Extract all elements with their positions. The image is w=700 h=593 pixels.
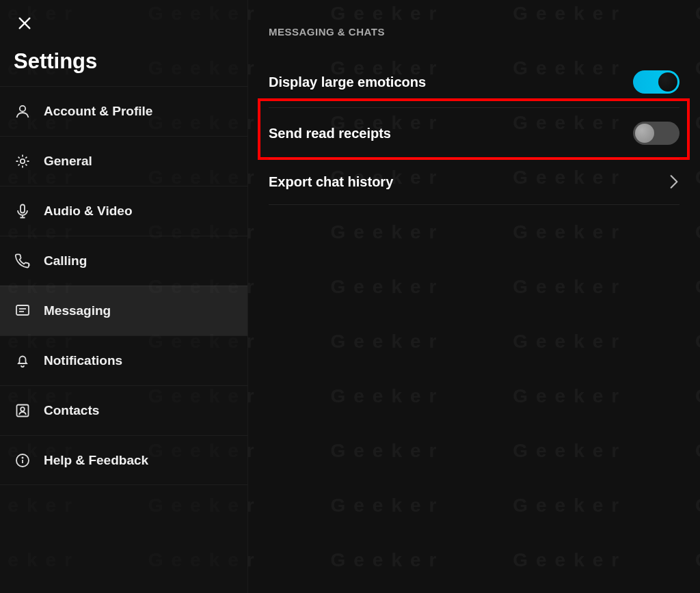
sidebar-item-label: Help & Feedback bbox=[44, 453, 148, 468]
sidebar-item-label: Messaging bbox=[44, 303, 111, 318]
row-display-large-emoticons: Display large emoticons bbox=[269, 57, 679, 108]
row-send-read-receipts: Send read receipts bbox=[269, 108, 679, 159]
svg-point-2 bbox=[20, 106, 25, 111]
bell-icon bbox=[14, 352, 31, 370]
sidebar-item-label: General bbox=[44, 154, 92, 169]
sidebar-item-general[interactable]: General bbox=[0, 136, 247, 186]
svg-rect-5 bbox=[16, 305, 29, 315]
sidebar-item-help-feedback[interactable]: Help & Feedback bbox=[0, 435, 247, 485]
svg-point-9 bbox=[21, 407, 25, 411]
toggle-large-emoticons[interactable] bbox=[633, 70, 679, 94]
sidebar-item-account-profile[interactable]: Account & Profile bbox=[0, 86, 247, 136]
page-title: Settings bbox=[0, 40, 247, 86]
person-icon bbox=[14, 102, 31, 120]
row-label: Send read receipts bbox=[269, 126, 391, 141]
row-label: Export chat history bbox=[269, 174, 393, 190]
close-icon bbox=[17, 16, 32, 33]
sidebar-item-label: Account & Profile bbox=[44, 104, 152, 119]
gear-icon bbox=[14, 152, 31, 170]
sidebar-item-label: Calling bbox=[44, 253, 87, 268]
settings-sidebar: Settings Account & Profile General bbox=[0, 0, 248, 593]
section-heading: MESSAGING & CHATS bbox=[269, 26, 679, 38]
contacts-icon bbox=[14, 402, 31, 419]
row-label: Display large emoticons bbox=[269, 74, 426, 90]
mic-icon bbox=[14, 202, 31, 220]
sidebar-item-notifications[interactable]: Notifications bbox=[0, 335, 247, 385]
sidebar-item-label: Notifications bbox=[44, 353, 122, 368]
sidebar-item-label: Contacts bbox=[44, 403, 99, 418]
svg-point-12 bbox=[22, 457, 23, 458]
close-button[interactable] bbox=[10, 10, 40, 40]
phone-icon bbox=[14, 252, 31, 270]
toggle-knob bbox=[635, 124, 654, 143]
toggle-knob bbox=[658, 72, 677, 92]
sidebar-item-audio-video[interactable]: Audio & Video bbox=[0, 186, 247, 236]
chat-icon bbox=[14, 302, 31, 320]
main-panel: MESSAGING & CHATS Display large emoticon… bbox=[248, 0, 700, 593]
sidebar-item-calling[interactable]: Calling bbox=[0, 236, 247, 286]
toggle-read-receipts[interactable] bbox=[633, 122, 679, 145]
sidebar-item-contacts[interactable]: Contacts bbox=[0, 385, 247, 435]
svg-point-3 bbox=[21, 159, 25, 163]
svg-rect-4 bbox=[21, 205, 25, 213]
sidebar-item-messaging[interactable]: Messaging bbox=[0, 286, 247, 335]
sidebar-item-label: Audio & Video bbox=[44, 204, 132, 219]
info-icon bbox=[14, 452, 31, 469]
chevron-right-icon bbox=[669, 173, 679, 191]
row-export-chat-history[interactable]: Export chat history bbox=[269, 159, 679, 205]
